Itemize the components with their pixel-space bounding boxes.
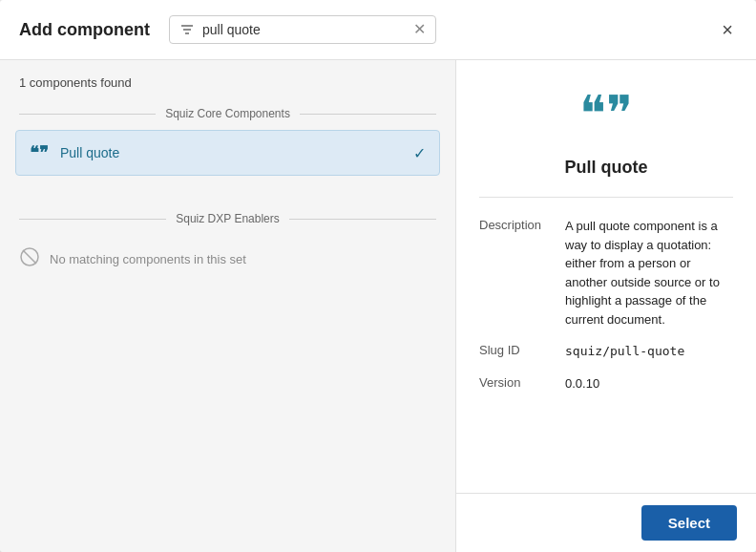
slug-value: squiz/pull-quote (565, 342, 684, 361)
left-panel: 1 components found Squiz Core Components… (0, 60, 456, 552)
section-line-right (300, 114, 436, 115)
add-component-modal: Add component ✕ × 1 components found Squ… (0, 0, 756, 552)
section-title-core: Squiz Core Components (165, 107, 290, 120)
no-match-icon (19, 246, 40, 272)
description-value: A pull quote component is a way to displ… (565, 217, 733, 329)
modal-header: Add component ✕ × (0, 0, 756, 60)
detail-pull-quote-icon: ❝❞ (579, 89, 633, 142)
no-match-message: No matching components in this set (0, 235, 455, 284)
section-title-dxp: Squiz DXP Enablers (176, 212, 280, 225)
found-count: 1 components found (0, 60, 455, 97)
selected-check-icon: ✓ (413, 144, 426, 162)
section-line-dxp-left (19, 219, 166, 220)
version-value: 0.0.10 (565, 374, 599, 393)
no-match-text: No matching components in this set (50, 252, 246, 266)
component-item-pull-quote[interactable]: ❝❞ Pull quote ✓ (15, 130, 440, 176)
slug-label: Slug ID (479, 342, 565, 361)
description-label: Description (479, 217, 565, 329)
search-input[interactable] (202, 22, 408, 37)
clear-search-icon[interactable]: ✕ (413, 22, 426, 37)
section-line-dxp-right (289, 219, 436, 220)
right-panel: ❝❞ Pull quote Description A pull quote c… (456, 60, 756, 552)
detail-content: ❝❞ Pull quote Description A pull quote c… (456, 60, 756, 493)
modal-title: Add component (19, 20, 150, 40)
filter-icon (179, 22, 195, 37)
version-label: Version (479, 374, 565, 393)
detail-title: Pull quote (479, 158, 733, 178)
svg-line-4 (23, 250, 36, 264)
detail-version-row: Version 0.0.10 (479, 374, 733, 393)
detail-icon-wrap: ❝❞ (479, 89, 733, 142)
modal-body: 1 components found Squiz Core Components… (0, 60, 756, 552)
component-list-core: ❝❞ Pull quote ✓ (0, 130, 455, 176)
section-line-left (19, 114, 156, 115)
section-header-core: Squiz Core Components (0, 97, 455, 130)
detail-footer: Select (456, 493, 756, 552)
close-button[interactable]: × (718, 16, 737, 43)
select-button[interactable]: Select (641, 505, 737, 541)
pull-quote-icon: ❝❞ (30, 142, 49, 163)
detail-divider (479, 197, 733, 198)
search-bar: ✕ (169, 15, 436, 44)
section-header-dxp: Squiz DXP Enablers (0, 202, 455, 235)
detail-slug-row: Slug ID squiz/pull-quote (479, 342, 733, 361)
svg-text:❝❞: ❝❞ (579, 89, 633, 135)
component-name: Pull quote (60, 145, 413, 160)
detail-description-row: Description A pull quote component is a … (479, 217, 733, 329)
